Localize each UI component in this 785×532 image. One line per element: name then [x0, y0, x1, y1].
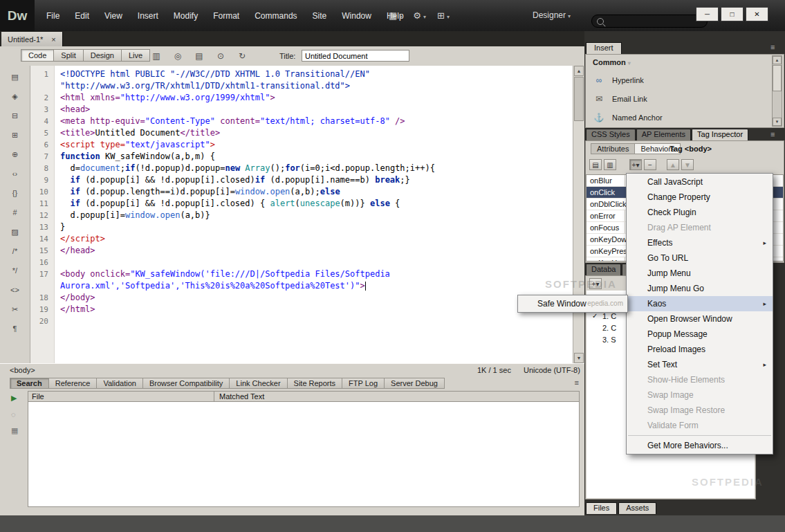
maximize-button[interactable]: □ — [721, 7, 744, 21]
menu-insert[interactable]: Insert — [130, 8, 166, 24]
tab-insert[interactable]: Insert — [586, 42, 622, 55]
live-view-button[interactable]: Live — [121, 49, 150, 62]
panel-tab-databa[interactable]: Databa — [586, 264, 621, 275]
close-tab-icon[interactable]: × — [51, 35, 55, 44]
move-down-button[interactable]: ▼ — [681, 159, 694, 170]
results-tab-search[interactable]: Search — [10, 378, 49, 389]
inspect-icon[interactable]: ⊙ — [214, 49, 228, 62]
menu-item-jump-menu-go[interactable]: Jump Menu Go — [627, 281, 773, 296]
panel-tab-tag-inspector[interactable]: Tag Inspector — [692, 129, 748, 140]
add-behavior-button[interactable]: +▾ — [629, 159, 642, 170]
menu-item-swap-image[interactable]: Swap Image — [627, 387, 773, 403]
menu-item-preload-images[interactable]: Preload Images — [627, 342, 773, 357]
preview-in-browser-icon[interactable]: ◎ — [171, 49, 185, 62]
scroll-down-icon[interactable]: ▼ — [574, 353, 584, 363]
submenu-item-safe-window[interactable]: Safe Windowepedia.com — [518, 296, 627, 311]
run-icon[interactable]: ▶ — [11, 394, 18, 403]
scroll-thumb[interactable] — [574, 77, 584, 121]
menu-item-jump-menu[interactable]: Jump Menu — [627, 266, 773, 281]
line-numbers-icon[interactable]: # — [7, 205, 24, 219]
recent-snippets-icon[interactable]: ✂ — [7, 302, 24, 316]
close-button[interactable]: ✕ — [746, 7, 768, 21]
code-lines[interactable]: 1<!DOCTYPE html PUBLIC "-//W3C//DTD XHTM… — [30, 68, 573, 362]
results-tab-browser-compatibility[interactable]: Browser Compatibility — [142, 378, 230, 389]
refresh-icon[interactable]: ↻ — [235, 49, 249, 62]
menu-item-go-to-url[interactable]: Go To URL — [627, 250, 773, 266]
menu-item-show-hide-elements[interactable]: Show-Hide Elements — [627, 372, 773, 387]
balance-braces-icon[interactable]: {} — [7, 186, 24, 200]
results-tab-validation[interactable]: Validation — [96, 378, 143, 389]
menu-modify[interactable]: Modify — [166, 8, 205, 24]
code-scrollbar[interactable]: ▲ ▼ — [573, 66, 584, 363]
column-matched-text[interactable]: Matched Text — [214, 392, 269, 401]
remove-behavior-button[interactable]: − — [644, 159, 656, 170]
menu-format[interactable]: Format — [205, 8, 247, 24]
menu-commands[interactable]: Commands — [247, 8, 304, 24]
menu-site[interactable]: Site — [305, 8, 335, 24]
expand-all-icon[interactable]: ⊕ — [7, 147, 24, 161]
menu-view[interactable]: View — [97, 8, 130, 24]
results-tab-link-checker[interactable]: Link Checker — [229, 378, 287, 389]
panel-tab-css-styles[interactable]: CSS Styles — [586, 129, 636, 140]
minimize-button[interactable]: ─ — [696, 7, 719, 21]
insert-scrollbar[interactable]: ▲ ▼ — [772, 55, 782, 127]
menu-item-open-browser-window[interactable]: Open Browser Window — [627, 311, 773, 327]
scroll-thumb[interactable] — [773, 65, 782, 91]
tab-attributes[interactable]: Attributes — [591, 143, 635, 154]
insert-item-named-anchor[interactable]: ⚓Named Anchor — [587, 108, 769, 127]
collapse-full-tag-icon[interactable]: ⊟ — [7, 109, 24, 122]
split-view-button[interactable]: Split — [53, 49, 83, 62]
collapse-selection-icon[interactable]: ⊞ — [7, 128, 24, 142]
column-file[interactable]: File — [28, 392, 214, 401]
scroll-up-icon[interactable]: ▲ — [773, 56, 782, 64]
workspace-switcher[interactable]: Designer▾ — [533, 10, 571, 20]
show-set-events-button[interactable]: ▤ — [589, 159, 602, 170]
move-up-button[interactable]: ▲ — [667, 159, 679, 170]
menu-item-popup-message[interactable]: Popup Message — [627, 327, 773, 342]
panel-menu-icon[interactable]: ≡ — [770, 43, 775, 51]
document-title-input[interactable] — [302, 50, 409, 62]
results-tab-ftp-log[interactable]: FTP Log — [342, 378, 385, 389]
file-management-icon[interactable]: ▥ — [149, 49, 163, 62]
code-navigator-icon[interactable]: ◈ — [7, 89, 24, 103]
apply-comment-icon[interactable]: /* — [7, 244, 24, 258]
stop-icon[interactable]: ◌ — [11, 410, 18, 419]
results-tab-site-reports[interactable]: Site Reports — [287, 378, 343, 389]
insert-item-hyperlink[interactable]: ∞Hyperlink — [587, 71, 769, 89]
panel-tab-ap-elements[interactable]: AP Elements — [636, 129, 691, 140]
insert-category-dropdown[interactable]: Common▾ — [593, 58, 631, 66]
panel-tab-files[interactable]: Files — [586, 502, 617, 514]
menu-item-drag-ap-element[interactable]: Drag AP Element — [627, 220, 773, 235]
save-report-icon[interactable]: ▦ — [11, 426, 18, 435]
insert-item-email-link[interactable]: ✉Email Link — [587, 89, 769, 108]
scroll-down-icon[interactable]: ▼ — [773, 118, 782, 126]
extensions-icon[interactable]: ⚙▾ — [413, 10, 426, 21]
menu-item-get-more-behaviors[interactable]: Get More Behaviors... — [627, 438, 773, 453]
menu-item-kaos[interactable]: Kaos▸ — [627, 296, 773, 311]
design-view-button[interactable]: Design — [83, 49, 122, 62]
code-view-button[interactable]: Code — [21, 49, 54, 62]
live-code-icon[interactable]: ▤ — [192, 49, 206, 62]
menu-item-call-javascript[interactable]: Call JavaScript — [627, 174, 773, 190]
panel-menu-icon[interactable]: ≡ — [575, 378, 579, 387]
tag-selector[interactable]: <body> — [10, 366, 35, 374]
menu-item-swap-image-restore[interactable]: Swap Image Restore — [627, 403, 773, 418]
menu-file[interactable]: File — [39, 8, 67, 24]
menu-item-effects[interactable]: Effects▸ — [627, 235, 773, 250]
app-search[interactable] — [591, 15, 708, 28]
open-documents-icon[interactable]: ▤ — [7, 70, 24, 84]
wrap-tag-icon[interactable]: <> — [7, 283, 24, 297]
results-tab-reference[interactable]: Reference — [48, 378, 98, 389]
menu-item-change-property[interactable]: Change Property — [627, 190, 773, 205]
show-all-events-button[interactable]: ▥ — [604, 159, 616, 170]
layout-selector-icon[interactable]: ▦▾ — [389, 10, 402, 21]
panel-menu-icon[interactable]: ≡ — [770, 130, 775, 138]
highlight-invalid-code-icon[interactable]: ▨ — [7, 225, 24, 239]
menu-window[interactable]: Window — [334, 8, 379, 24]
menu-edit[interactable]: Edit — [67, 8, 97, 24]
panel-tab-assets[interactable]: Assets — [618, 502, 656, 514]
results-tab-server-debug[interactable]: Server Debug — [384, 378, 445, 389]
format-source-code-icon[interactable]: ¶ — [7, 322, 24, 336]
scroll-up-icon[interactable]: ▲ — [574, 66, 584, 76]
menu-item-set-text[interactable]: Set Text▸ — [627, 357, 773, 372]
